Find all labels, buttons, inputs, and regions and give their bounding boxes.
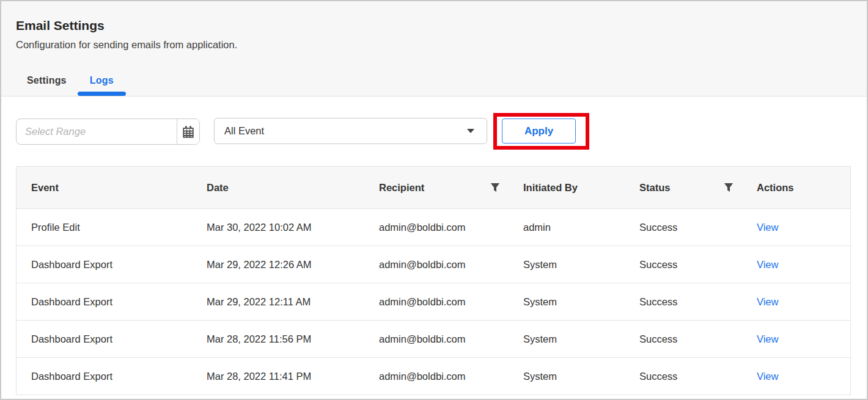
view-link[interactable]: View — [757, 222, 778, 233]
cell-date: Mar 30, 2022 10:02 AM — [192, 209, 364, 245]
tab-logs[interactable]: Logs — [78, 75, 126, 96]
cell-initiated-by: System — [509, 246, 625, 283]
cell-event: Dashboard Export — [17, 321, 192, 357]
page-title: Email Settings — [16, 18, 852, 33]
cell-date: Mar 29, 2022 12:26 AM — [192, 246, 364, 283]
cell-status: Success — [625, 283, 742, 320]
logs-table: Event Date Recipient Initiated By Status — [16, 166, 851, 395]
cell-initiated-by: System — [509, 283, 625, 320]
date-range-input[interactable] — [17, 119, 177, 144]
event-filter-dropdown[interactable]: All Event — [214, 118, 487, 144]
cell-status: Success — [625, 358, 742, 395]
cell-event: Dashboard Export — [17, 246, 192, 283]
event-filter-value: All Event — [224, 125, 264, 137]
filter-funnel-icon[interactable] — [490, 183, 500, 192]
page-header: Email Settings Configuration for sending… — [1, 1, 867, 96]
table-header-row: Event Date Recipient Initiated By Status — [17, 166, 850, 209]
tab-settings[interactable]: Settings — [16, 75, 78, 96]
view-link[interactable]: View — [757, 333, 778, 345]
page-subtitle: Configuration for sending emails from ap… — [16, 39, 852, 50]
cell-recipient: admin@boldbi.com — [364, 358, 509, 395]
cell-recipient: admin@boldbi.com — [364, 209, 509, 245]
cell-event: Profile Edit — [17, 209, 192, 245]
filter-funnel-icon[interactable] — [724, 183, 734, 192]
calendar-icon — [182, 125, 195, 139]
cell-event: Dashboard Export — [17, 358, 192, 395]
cell-recipient: admin@boldbi.com — [364, 246, 509, 283]
column-header-initiated-by: Initiated By — [509, 167, 625, 208]
view-link[interactable]: View — [757, 296, 778, 308]
column-header-recipient: Recipient — [364, 167, 509, 208]
apply-button[interactable]: Apply — [502, 118, 576, 144]
chevron-down-icon — [467, 129, 474, 133]
cell-date: Mar 29, 2022 12:11 AM — [192, 283, 364, 320]
tab-bar: Settings Logs — [16, 75, 126, 96]
cell-initiated-by: admin — [509, 209, 625, 245]
cell-recipient: admin@boldbi.com — [364, 283, 509, 320]
cell-status: Success — [625, 321, 742, 357]
cell-date: Mar 28, 2022 11:41 PM — [192, 358, 364, 395]
column-header-status: Status — [625, 167, 742, 208]
cell-date: Mar 28, 2022 11:56 PM — [192, 321, 364, 357]
table-row: Profile Edit Mar 30, 2022 10:02 AM admin… — [17, 209, 850, 246]
cell-status: Success — [625, 246, 742, 283]
cell-initiated-by: System — [509, 321, 625, 357]
table-row: Dashboard Export Mar 28, 2022 11:41 PM a… — [17, 358, 850, 395]
table-row: Dashboard Export Mar 29, 2022 12:11 AM a… — [17, 283, 850, 321]
column-header-actions: Actions — [742, 167, 850, 208]
email-settings-page: Email Settings Configuration for sending… — [0, 0, 868, 400]
table-row: Dashboard Export Mar 28, 2022 11:56 PM a… — [17, 321, 850, 358]
table-row: Dashboard Export Mar 29, 2022 12:26 AM a… — [17, 246, 850, 283]
view-link[interactable]: View — [757, 371, 778, 382]
view-link[interactable]: View — [757, 259, 778, 271]
column-header-event: Event — [17, 167, 192, 208]
cell-status: Success — [625, 209, 742, 245]
cell-initiated-by: System — [509, 358, 625, 395]
date-range-picker[interactable] — [16, 118, 200, 145]
cell-event: Dashboard Export — [17, 283, 192, 320]
cell-recipient: admin@boldbi.com — [364, 321, 509, 357]
calendar-button[interactable] — [177, 119, 199, 144]
column-header-date: Date — [192, 167, 364, 208]
